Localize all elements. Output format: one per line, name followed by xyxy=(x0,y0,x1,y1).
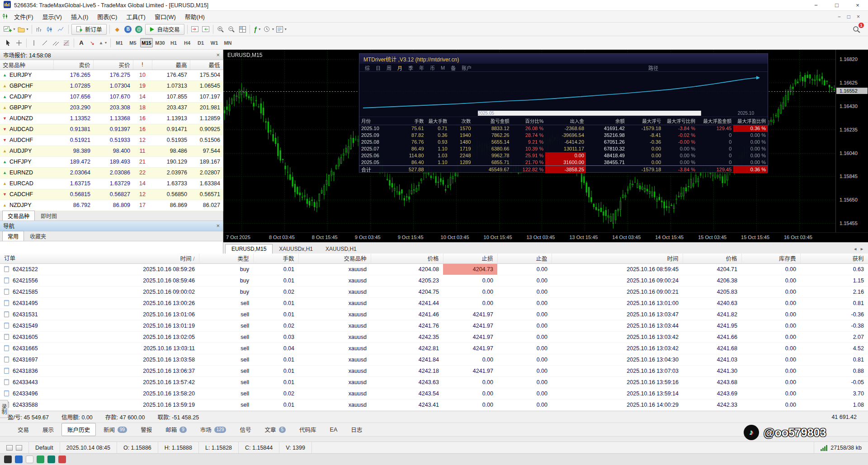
market-watch-row-audcad[interactable]: ▼AUDCAD0.913810.91397160.914710.90925 xyxy=(0,124,223,135)
templates-button[interactable]: ▼ xyxy=(275,24,288,35)
mtdriver-tab[interactable]: M xyxy=(441,65,445,70)
market-watch-row-eurcad[interactable]: ▲EURCAD1.637151.63729141.637331.63384 xyxy=(0,178,223,189)
order-row-62433496[interactable]: 624334962025.10.16 13:58:20sell0.02xauus… xyxy=(0,388,868,399)
menu-item[interactable]: 帮助(H) xyxy=(180,12,209,22)
auto-scroll-button[interactable] xyxy=(200,24,211,35)
mtdriver-tab[interactable]: 账户 xyxy=(462,64,472,71)
mtdriver-path-label[interactable]: 路径 xyxy=(648,64,658,71)
crosshair-tool-button[interactable] xyxy=(14,38,24,48)
terminal-tab-EA[interactable]: EA xyxy=(324,424,344,435)
minimize-button[interactable]: − xyxy=(806,0,826,10)
close-icon[interactable]: × xyxy=(216,52,220,58)
chart-shift-button[interactable] xyxy=(189,24,200,35)
order-row-62431605[interactable]: 624316052025.10.16 13:02:05sell0.03xauus… xyxy=(0,332,868,343)
menu-item[interactable]: 插入(I) xyxy=(66,12,93,22)
terminal-tab-展示[interactable]: 展示 xyxy=(37,423,60,436)
text-tool-button[interactable]: A xyxy=(76,38,87,48)
order-row-62431549[interactable]: 624315492025.10.16 13:01:19sell0.02xauus… xyxy=(0,320,868,332)
mtdriver-tab[interactable]: 日 xyxy=(376,64,381,71)
market-watch-caption[interactable]: 市场报价: 14:58:08 × xyxy=(0,50,223,60)
maximize-button[interactable]: □ xyxy=(826,0,847,10)
scroll-right-icon[interactable]: ► xyxy=(860,247,864,251)
chart-window-icon[interactable] xyxy=(3,13,9,20)
order-row-62431531[interactable]: 624315312025.10.16 13:01:06sell0.01xauus… xyxy=(0,309,868,320)
timeframe-h1[interactable]: H1 xyxy=(167,38,180,47)
indicators-button[interactable]: ƒ▼ xyxy=(252,24,263,35)
time-axis[interactable]: 7 Oct 20258 Oct 03:458 Oct 15:459 Oct 03… xyxy=(223,232,868,242)
close-button[interactable]: × xyxy=(847,0,868,10)
close-icon[interactable]: × xyxy=(216,222,220,229)
market-watch-column-header[interactable]: 最高 xyxy=(152,60,190,70)
vertical-line-tool-button[interactable] xyxy=(28,38,39,48)
mtdriver-tab[interactable]: 季 xyxy=(408,64,413,71)
order-row-62433443[interactable]: 624334432025.10.16 13:57:42sell0.01xauus… xyxy=(0,377,868,388)
orders-column-header[interactable]: 价格 xyxy=(683,254,741,264)
mtdriver-tab[interactable]: 综 xyxy=(365,64,370,71)
order-row-62431495[interactable]: 624314952025.10.16 13:00:26sell0.01xauus… xyxy=(0,298,868,309)
recorder-dock-tab[interactable]: 录制 xyxy=(0,400,8,418)
chart-area[interactable]: EURUSD,M15 1.168201.166251.164301.162351… xyxy=(223,50,868,232)
order-row-62421522[interactable]: 624215222025.10.16 08:59:26buy0.01xauusd… xyxy=(0,264,868,275)
orders-column-header[interactable]: 价格 xyxy=(371,254,443,264)
chart-tab[interactable]: XAUUSDx,H1 xyxy=(273,244,319,254)
mtdriver-tab[interactable]: 备 xyxy=(451,64,456,71)
market-watch-row-audchf[interactable]: ▼AUDCHF0.519210.51933120.519350.51506 xyxy=(0,135,223,146)
terminal-tab-信号[interactable]: 信号 xyxy=(234,423,257,436)
order-row-62431836[interactable]: 624318362025.10.16 13:06:37sell0.01xauus… xyxy=(0,366,868,377)
market-watch-row-gbpjpy[interactable]: ▲GBPJPY203.290203.30818203.437201.981 xyxy=(0,102,223,113)
order-row-62421556[interactable]: 624215562025.10.16 08:59:46buy0.01xauusd… xyxy=(0,275,868,287)
market-watch-row-chfjpy[interactable]: ▲CHFJPY189.472189.49321190.129189.167 xyxy=(0,156,223,167)
order-row-62431697[interactable]: 624316972025.10.16 13:03:58sell0.01xauus… xyxy=(0,354,868,366)
timeframe-m5[interactable]: M5 xyxy=(127,38,139,47)
mtdriver-stats-panel[interactable]: MTDriver统计 ,V3.12 (http://mtdriver.cn) 综… xyxy=(359,53,768,173)
mtdriver-title-bar[interactable]: MTDriver统计 ,V3.12 (http://mtdriver.cn) xyxy=(359,54,768,64)
orders-column-header[interactable]: 库存费 xyxy=(741,254,800,264)
market-watch-row-eurnzd[interactable]: ▲EURNZD2.030642.03086222.039762.02807 xyxy=(0,167,223,178)
navigator-tab[interactable]: 常用 xyxy=(2,231,24,241)
metaeditor-icon[interactable]: @ xyxy=(133,24,144,35)
menu-item[interactable]: 显示(V) xyxy=(38,12,66,22)
timeframe-m15[interactable]: M15 xyxy=(140,38,153,47)
zoom-in-button[interactable] xyxy=(215,24,226,35)
terminal-tab-警报[interactable]: 警报 xyxy=(135,423,158,436)
menu-item[interactable]: 窗口(W) xyxy=(150,12,180,22)
market-watch-row-gbpchf[interactable]: ▲GBPCHF1.072851.07304191.073131.06545 xyxy=(0,80,223,91)
order-row-62433588[interactable]: 624335882025.10.16 13:59:19sell0.01xauus… xyxy=(0,399,868,411)
terminal-tab-文章[interactable]: 文章5 xyxy=(259,423,292,436)
orders-column-header[interactable]: 交易品种 xyxy=(298,254,371,264)
market-watch-column-header[interactable]: 最低 xyxy=(190,60,223,70)
trendline-tool-button[interactable] xyxy=(39,38,50,48)
market-watch-column-header[interactable]: 买价 xyxy=(93,60,133,70)
market-watch-row-nzdjpy[interactable]: ▲NZDJPY86.79286.8091786.86986.027 xyxy=(0,200,223,211)
terminal-tab-交易[interactable]: 交易 xyxy=(12,423,35,436)
timeframe-mn[interactable]: MN xyxy=(222,38,234,47)
timeframe-m1[interactable]: M1 xyxy=(113,38,126,47)
taskbar-icon[interactable] xyxy=(58,456,66,463)
tile-windows-button[interactable] xyxy=(237,24,248,35)
market-watch-row-eurjpy[interactable]: ▲EURJPY176.265176.27510176.457175.504 xyxy=(0,70,223,80)
menu-item[interactable]: 文件(F) xyxy=(9,12,38,22)
scroll-left-icon[interactable]: ◄ xyxy=(853,247,857,251)
notification-badge[interactable]: 1 xyxy=(858,22,864,28)
timeframe-d1[interactable]: D1 xyxy=(194,38,207,47)
shapes-tool-button[interactable]: ▲▼ xyxy=(98,38,108,48)
line-chart-type-button[interactable] xyxy=(56,24,66,35)
taskbar-icon[interactable] xyxy=(47,456,55,463)
terminal-tab-日志[interactable]: 日志 xyxy=(345,423,368,436)
profile-selector[interactable]: Default xyxy=(29,442,60,453)
terminal-tab-代码库[interactable]: 代码库 xyxy=(293,423,322,436)
taskbar-icon[interactable] xyxy=(4,456,12,463)
chart-tab[interactable]: XAUUSD,H1 xyxy=(319,244,363,254)
taskbar-icon[interactable] xyxy=(15,456,23,463)
orders-column-header[interactable]: 手数 xyxy=(253,254,298,264)
terminal-tab-新闻[interactable]: 新闻99 xyxy=(98,423,133,436)
menu-item[interactable]: 工具(T) xyxy=(122,12,150,22)
timeframe-m30[interactable]: M30 xyxy=(154,38,166,47)
new-order-button[interactable]: 新订单 xyxy=(71,24,107,35)
mtdriver-tab[interactable]: 周 xyxy=(387,64,392,71)
search-icon[interactable]: 1 xyxy=(851,24,862,35)
b-market-icon[interactable]: B xyxy=(123,24,133,35)
channel-tool-button[interactable] xyxy=(50,38,61,48)
order-row-62431665[interactable]: 624316652025.10.16 13:03:11sell0.04xauus… xyxy=(0,343,868,354)
mdi-restore-button[interactable]: □ xyxy=(847,14,850,20)
